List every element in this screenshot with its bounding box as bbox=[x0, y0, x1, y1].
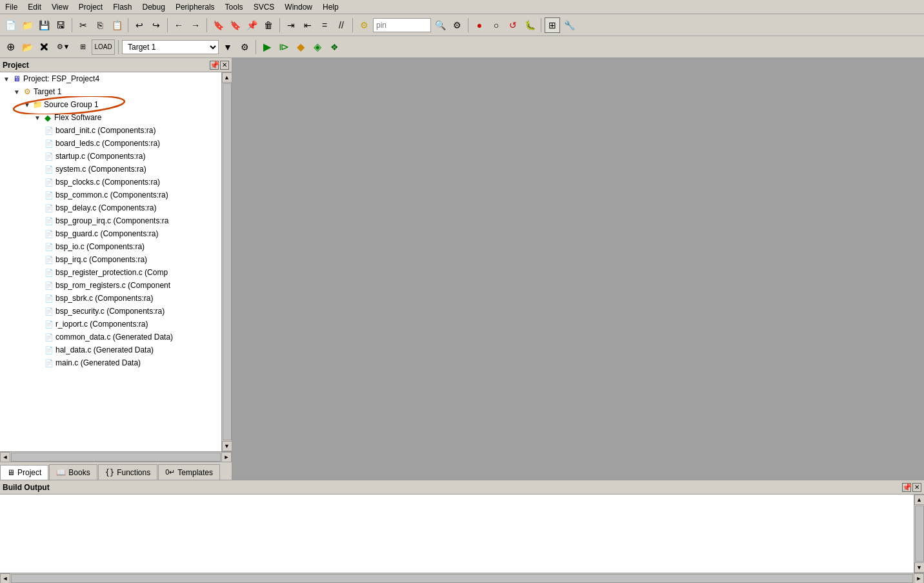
open-button[interactable]: 📁 bbox=[19, 17, 35, 33]
bookmark-prev-button[interactable]: 🔖 bbox=[210, 17, 226, 33]
back-button[interactable]: ← bbox=[171, 17, 186, 33]
tree-row-file-15[interactable]: 📄 r_ioport.c (Components:ra) bbox=[0, 318, 221, 331]
menu-debug[interactable]: Debug bbox=[137, 1, 170, 13]
new-proj-button[interactable]: ⊕ bbox=[3, 39, 18, 55]
open-proj-button[interactable]: 📂 bbox=[19, 39, 35, 55]
build-vscrollbar[interactable]: ▲ ▼ bbox=[914, 495, 924, 573]
tree-row-flex-software[interactable]: ▼ ◆ Flex Software bbox=[0, 111, 221, 124]
tree-row-file-5[interactable]: 📄 bsp_common.c (Components:ra) bbox=[0, 189, 221, 201]
menu-tools[interactable]: Tools bbox=[220, 1, 248, 13]
tab-project[interactable]: 🖥 Project bbox=[0, 465, 48, 480]
copy-button[interactable]: ⎘ bbox=[92, 17, 108, 33]
debug-green1-button[interactable]: ▶ bbox=[259, 39, 275, 55]
build-vscroll-up[interactable]: ▲ bbox=[914, 495, 925, 505]
tree-row-file-14[interactable]: 📄 bsp_security.c (Components:ra) bbox=[0, 305, 221, 318]
target-select[interactable]: Target 1 bbox=[122, 40, 219, 54]
tree-row-source-group[interactable]: ▼ 📁 Source Group 1 bbox=[0, 98, 221, 111]
build-vscroll-thumb[interactable] bbox=[915, 506, 924, 562]
build-hscrollbar[interactable]: ◄ ► bbox=[0, 573, 924, 583]
hscroll-right-button[interactable]: ► bbox=[221, 452, 232, 462]
debug-green2-button[interactable]: ⧐ bbox=[276, 39, 292, 55]
hscroll-thumb[interactable] bbox=[11, 453, 221, 462]
settings-button[interactable]: 🔧 bbox=[561, 17, 577, 33]
build-pin-button[interactable]: 📌 bbox=[902, 483, 911, 492]
tree-row-file-17[interactable]: 📄 hal_data.c (Generated Data) bbox=[0, 343, 221, 356]
panel-close-button[interactable]: ✕ bbox=[220, 61, 229, 70]
menu-view[interactable]: View bbox=[46, 1, 74, 13]
bookmark-clear-button[interactable]: 🗑 bbox=[261, 17, 276, 33]
tab-functions[interactable]: {} Functions bbox=[98, 464, 157, 480]
target-dropdown-button[interactable]: ▼ bbox=[220, 39, 236, 55]
bookmark-add-button[interactable]: 📌 bbox=[244, 17, 259, 33]
bookmark-next-button[interactable]: 🔖 bbox=[227, 17, 243, 33]
paste-button[interactable]: 📋 bbox=[109, 17, 125, 33]
tree-hscrollbar[interactable]: ◄ ► bbox=[0, 451, 232, 462]
tree-row-file-8[interactable]: 📄 bsp_guard.c (Components:ra) bbox=[0, 227, 221, 240]
undo-button[interactable]: ↩ bbox=[132, 17, 147, 33]
tree-row-file-7[interactable]: 📄 bsp_group_irq.c (Components:ra bbox=[0, 214, 221, 227]
tree-row-file-11[interactable]: 📄 bsp_register_protection.c (Comp bbox=[0, 266, 221, 279]
build-close-button[interactable]: ✕ bbox=[912, 483, 921, 492]
save-button[interactable]: 💾 bbox=[36, 17, 52, 33]
build-hscroll-right[interactable]: ► bbox=[914, 573, 924, 584]
tree-row-file-6[interactable]: 📄 bsp_delay.c (Components:ra) bbox=[0, 201, 221, 214]
menu-peripherals[interactable]: Peripherals bbox=[170, 1, 220, 13]
tree-row-file-4[interactable]: 📄 bsp_clocks.c (Components:ra) bbox=[0, 176, 221, 189]
tab-templates[interactable]: 0↵ Templates bbox=[158, 464, 220, 480]
build-hscroll-left[interactable]: ◄ bbox=[0, 573, 10, 584]
debug-green5-button[interactable]: ❖ bbox=[326, 39, 342, 55]
redo-button[interactable]: ↪ bbox=[148, 17, 164, 33]
tree-row-file-1[interactable]: 📄 board_leds.c (Components:ra) bbox=[0, 137, 221, 150]
build-dropdown-button[interactable]: ⚙▼ bbox=[53, 39, 74, 55]
menu-svcs[interactable]: SVCS bbox=[248, 1, 280, 13]
menu-edit[interactable]: Edit bbox=[23, 1, 46, 13]
save-all-button[interactable]: 🖫 bbox=[53, 17, 68, 33]
layout-button[interactable]: ⊞ bbox=[545, 17, 560, 33]
tree-row-target[interactable]: ▼ ⚙ Target 1 bbox=[0, 85, 221, 98]
run-button[interactable]: ● bbox=[472, 17, 487, 33]
stop-button[interactable]: ○ bbox=[488, 17, 504, 33]
debug-button[interactable]: 🐛 bbox=[522, 17, 537, 33]
batch-button[interactable]: ⊞ bbox=[75, 39, 90, 55]
tree-row-file-12[interactable]: 📄 bsp_rom_registers.c (Component bbox=[0, 279, 221, 292]
tree-row-file-0[interactable]: 📄 board_init.c (Components:ra) bbox=[0, 124, 221, 137]
pin-search-input[interactable] bbox=[373, 18, 431, 32]
pin-search-button[interactable]: 🔍 bbox=[432, 17, 448, 33]
build-vscroll-down[interactable]: ▼ bbox=[914, 562, 925, 573]
debug-green3-button[interactable]: ◆ bbox=[293, 39, 308, 55]
new-file-button[interactable]: 📄 bbox=[3, 17, 18, 33]
target-settings-button[interactable]: ⚙ bbox=[237, 39, 252, 55]
tree-row-project[interactable]: ▼ 🖥 Project: FSP_Project4 bbox=[0, 72, 221, 85]
tree-scroll-inner[interactable]: ▼ 🖥 Project: FSP_Project4 ▼ ⚙ Target 1 bbox=[0, 72, 221, 451]
panel-pin-button[interactable]: 📌 bbox=[210, 61, 219, 70]
tree-row-file-10[interactable]: 📄 bsp_irq.c (Components:ra) bbox=[0, 253, 221, 266]
reset-button[interactable]: ↺ bbox=[505, 17, 521, 33]
vscroll-thumb[interactable] bbox=[223, 83, 232, 440]
menu-project[interactable]: Project bbox=[74, 1, 108, 13]
vscroll-up-button[interactable]: ▲ bbox=[222, 72, 232, 83]
hscroll-left-button[interactable]: ◄ bbox=[0, 452, 10, 462]
component-button[interactable]: ⚙ bbox=[356, 17, 372, 33]
tree-row-file-3[interactable]: 📄 system.c (Components:ra) bbox=[0, 163, 221, 176]
pin-config-button[interactable]: ⚙ bbox=[449, 17, 465, 33]
forward-button[interactable]: → bbox=[188, 17, 203, 33]
tree-row-file-18[interactable]: 📄 main.c (Generated Data) bbox=[0, 356, 221, 369]
tree-row-file-13[interactable]: 📄 bsp_sbrk.c (Components:ra) bbox=[0, 292, 221, 305]
build-hscroll-thumb[interactable] bbox=[11, 574, 913, 583]
menu-file[interactable]: File bbox=[0, 1, 23, 13]
menu-flash[interactable]: Flash bbox=[108, 1, 137, 13]
load-button[interactable]: LOAD bbox=[92, 39, 115, 55]
close-proj-button[interactable]: 🗙 bbox=[36, 39, 52, 55]
menu-window[interactable]: Window bbox=[279, 1, 317, 13]
find-ref-button[interactable]: = bbox=[317, 17, 332, 33]
tree-row-file-9[interactable]: 📄 bsp_io.c (Components:ra) bbox=[0, 240, 221, 253]
tree-row-file-2[interactable]: 📄 startup.c (Components:ra) bbox=[0, 150, 221, 163]
debug-green4-button[interactable]: ◈ bbox=[310, 39, 325, 55]
menu-help[interactable]: Help bbox=[317, 1, 344, 13]
indent-button[interactable]: ⇥ bbox=[283, 17, 299, 33]
outdent-button[interactable]: ⇤ bbox=[300, 17, 316, 33]
cut-button[interactable]: ✂ bbox=[75, 17, 91, 33]
vscroll-down-button[interactable]: ▼ bbox=[222, 441, 232, 451]
tab-books[interactable]: 📖 Books bbox=[49, 464, 97, 480]
tree-row-file-16[interactable]: 📄 common_data.c (Generated Data) bbox=[0, 331, 221, 343]
